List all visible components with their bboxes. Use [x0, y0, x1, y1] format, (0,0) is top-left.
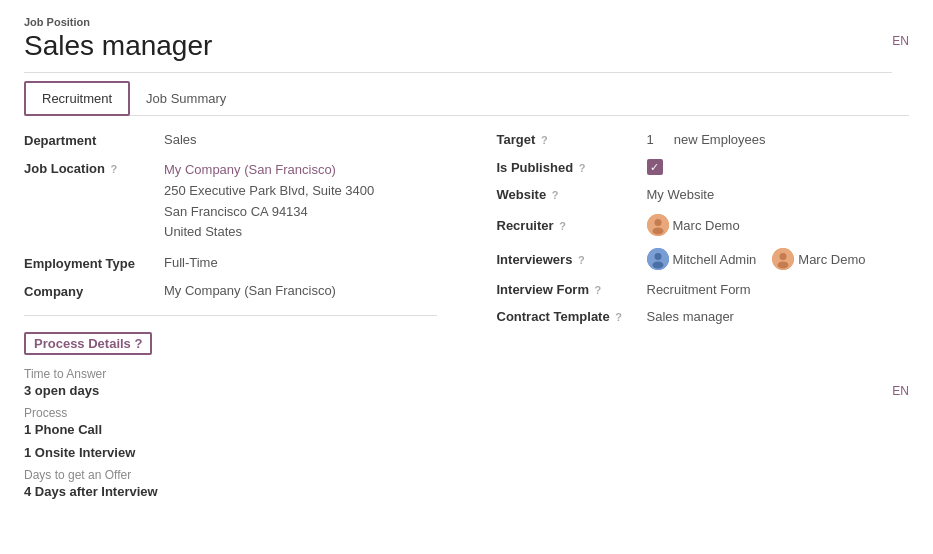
- is-published-label: Is Published ?: [497, 160, 647, 175]
- is-published-value[interactable]: ✓: [647, 159, 910, 175]
- time-to-answer-value: 3 open days: [24, 383, 437, 398]
- target-row: Target ? 1 new Employees: [497, 132, 910, 147]
- recruiter-value: Marc Demo: [647, 214, 910, 236]
- job-location-value: My Company (San Francisco) 250 Executive…: [164, 160, 437, 243]
- process-value1: 1 Phone Call: [24, 422, 437, 437]
- tab-bar: Recruitment Job Summary: [24, 81, 909, 116]
- job-location-help-icon[interactable]: ?: [111, 163, 118, 175]
- contract-template-row: Contract Template ? Sales manager: [497, 309, 910, 324]
- website-help-icon[interactable]: ?: [552, 189, 559, 201]
- header-lang-button[interactable]: EN: [892, 34, 909, 48]
- bottom-lang-button[interactable]: EN: [892, 384, 909, 398]
- contract-template-value: Sales manager: [647, 309, 910, 324]
- interviewer2-chip[interactable]: Marc Demo: [772, 248, 865, 270]
- days-to-offer-group: Days to get an Offer 4 Days after Interv…: [24, 468, 437, 499]
- interviewer1-chip[interactable]: Mitchell Admin: [647, 248, 757, 270]
- website-row: Website ? My Website: [497, 187, 910, 202]
- target-label: Target ?: [497, 132, 647, 147]
- tab-job-summary[interactable]: Job Summary: [130, 81, 242, 115]
- process-details-header[interactable]: Process Details ?: [24, 332, 152, 355]
- employment-type-label: Employment Type: [24, 255, 164, 271]
- svg-point-2: [652, 228, 663, 235]
- interviewers-row: Interviewers ? Mitchell Admin: [497, 248, 910, 270]
- recruiter-chip[interactable]: Marc Demo: [647, 214, 740, 236]
- contract-template-label: Contract Template ?: [497, 309, 647, 324]
- recruiter-avatar: [647, 214, 669, 236]
- days-to-offer-value: 4 Days after Interview: [24, 484, 437, 499]
- process-group: Process 1 Phone Call 1 Onsite Interview: [24, 406, 437, 460]
- is-published-row: Is Published ? ✓: [497, 159, 910, 175]
- contract-template-help-icon[interactable]: ?: [615, 311, 622, 323]
- target-value: 1 new Employees: [647, 132, 910, 147]
- employment-type-row: Employment Type Full-Time: [24, 255, 437, 271]
- is-published-checkbox[interactable]: ✓: [647, 159, 663, 175]
- department-row: Department Sales: [24, 132, 437, 148]
- left-column: Department Sales Job Location ? My Compa…: [24, 132, 477, 507]
- interviewer1-name: Mitchell Admin: [673, 252, 757, 267]
- website-value: My Website: [647, 187, 910, 202]
- job-title: Sales manager: [24, 30, 892, 73]
- target-extra: new Employees: [674, 132, 766, 147]
- interviewer2-name: Marc Demo: [798, 252, 865, 267]
- interviewer2-avatar: [772, 248, 794, 270]
- recruiter-name: Marc Demo: [673, 218, 740, 233]
- interview-form-value: Recruitment Form: [647, 282, 910, 297]
- job-position-label: Job Position: [24, 16, 909, 28]
- interviewers-help-icon[interactable]: ?: [578, 254, 585, 266]
- department-label: Department: [24, 132, 164, 148]
- interview-form-row: Interview Form ? Recruitment Form: [497, 282, 910, 297]
- svg-point-5: [652, 262, 663, 269]
- interview-form-help-icon[interactable]: ?: [595, 284, 602, 296]
- svg-point-4: [654, 253, 661, 260]
- process-value2: 1 Onsite Interview: [24, 445, 437, 460]
- company-row: Company My Company (San Francisco): [24, 283, 437, 299]
- job-location-row: Job Location ? My Company (San Francisco…: [24, 160, 437, 243]
- company-label: Company: [24, 283, 164, 299]
- department-value: Sales: [164, 132, 437, 147]
- recruiter-row: Recruiter ? Marc Demo: [497, 214, 910, 236]
- company-value: My Company (San Francisco): [164, 283, 437, 298]
- time-to-answer-label: Time to Answer: [24, 367, 437, 381]
- recruiter-help-icon[interactable]: ?: [559, 220, 566, 232]
- interviewer1-avatar: [647, 248, 669, 270]
- target-help-icon[interactable]: ?: [541, 134, 548, 146]
- interviewers-label: Interviewers ?: [497, 252, 647, 267]
- right-column: Target ? 1 new Employees Is Published ? …: [477, 132, 910, 507]
- svg-point-8: [778, 262, 789, 269]
- tab-recruitment[interactable]: Recruitment: [24, 81, 130, 116]
- employment-type-value: Full-Time: [164, 255, 437, 270]
- recruiter-label: Recruiter ?: [497, 218, 647, 233]
- website-label: Website ?: [497, 187, 647, 202]
- time-to-answer-group: Time to Answer 3 open days: [24, 367, 437, 398]
- days-to-offer-label: Days to get an Offer: [24, 468, 437, 482]
- interviewers-value: Mitchell Admin Marc Demo: [647, 248, 910, 270]
- process-details-section: Process Details ? Time to Answer 3 open …: [24, 332, 437, 499]
- svg-point-7: [780, 253, 787, 260]
- job-location-label: Job Location ?: [24, 160, 164, 176]
- process-details-help-icon[interactable]: ?: [134, 336, 142, 351]
- svg-point-1: [654, 219, 661, 226]
- process-label: Process: [24, 406, 437, 420]
- interview-form-label: Interview Form ?: [497, 282, 647, 297]
- is-published-help-icon[interactable]: ?: [579, 162, 586, 174]
